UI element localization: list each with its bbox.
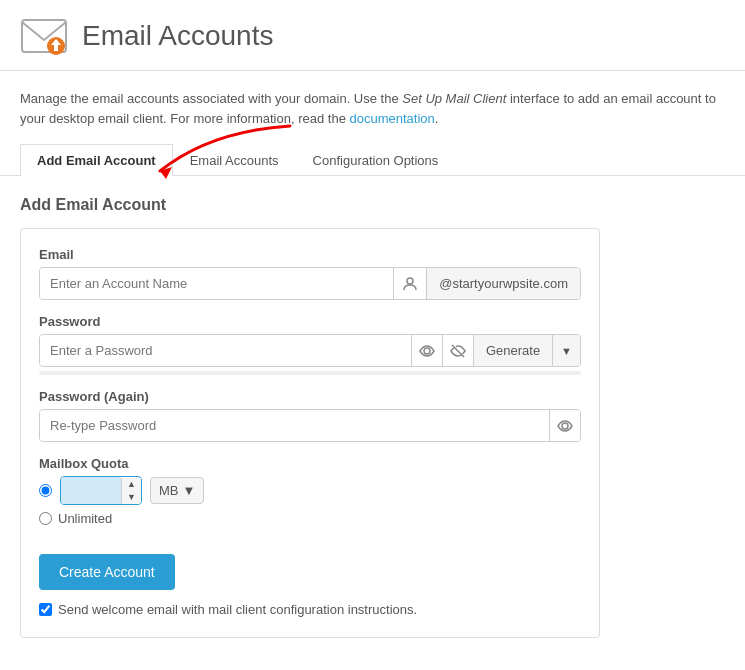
section-title: Add Email Account (20, 196, 725, 214)
tabs-container: Add Email Account Email Accounts Configu… (0, 144, 745, 176)
password-eye-icon[interactable] (411, 335, 442, 366)
svg-point-4 (407, 278, 413, 284)
main-content: Add Email Account Email @startyourwpsite… (0, 176, 745, 658)
generate-button[interactable]: Generate (474, 335, 553, 366)
quota-radio-fixed[interactable] (39, 484, 52, 497)
password-no-eye-icon[interactable] (442, 335, 473, 366)
email-form-group: Email @startyourwpsite.com (39, 247, 581, 300)
password-field-row: Generate ▼ (39, 334, 581, 367)
quota-radio-unlimited[interactable] (39, 512, 52, 525)
svg-point-5 (424, 348, 430, 354)
password-again-label: Password (Again) (39, 389, 581, 404)
email-accounts-icon (20, 12, 68, 60)
tab-email-accounts[interactable]: Email Accounts (173, 144, 296, 176)
quota-input[interactable]: 500 (61, 477, 121, 504)
mb-chevron-icon: ▼ (182, 483, 195, 498)
quota-decrement-button[interactable]: ▼ (122, 491, 141, 504)
page-header: Email Accounts (0, 0, 745, 71)
tab-add-email-account[interactable]: Add Email Account (20, 144, 173, 176)
password-input[interactable] (40, 335, 411, 366)
email-person-icon[interactable] (393, 268, 426, 299)
quota-label: Mailbox Quota (39, 456, 581, 471)
quota-row: 500 ▲ ▼ MB ▼ (39, 476, 581, 505)
retype-field-row (39, 409, 581, 442)
svg-point-7 (562, 423, 568, 429)
email-input[interactable] (40, 268, 393, 299)
retype-eye-icon[interactable] (549, 410, 580, 441)
password-again-form-group: Password (Again) (39, 389, 581, 442)
welcome-email-label: Send welcome email with mail client conf… (58, 602, 417, 617)
page-title: Email Accounts (82, 20, 273, 52)
email-field-row: @startyourwpsite.com (39, 267, 581, 300)
welcome-email-checkbox[interactable] (39, 603, 52, 616)
description-area: Manage the email accounts associated wit… (0, 71, 745, 138)
generate-btn-group: Generate ▼ (473, 335, 580, 366)
create-account-button[interactable]: Create Account (39, 554, 175, 590)
unlimited-label: Unlimited (58, 511, 112, 526)
unlimited-row: Unlimited (39, 511, 581, 526)
quota-increment-button[interactable]: ▲ (122, 478, 141, 491)
password-form-group: Password Generate (39, 314, 581, 375)
retype-password-input[interactable] (40, 410, 549, 441)
tab-configuration-options[interactable]: Configuration Options (296, 144, 456, 176)
welcome-email-row: Send welcome email with mail client conf… (39, 602, 581, 617)
mb-label: MB (159, 483, 179, 498)
email-label: Email (39, 247, 581, 262)
documentation-link[interactable]: documentation (349, 111, 434, 126)
quota-spinner: ▲ ▼ (121, 478, 141, 504)
mb-dropdown[interactable]: MB ▼ (150, 477, 204, 504)
form-card: Email @startyourwpsite.com Password (20, 228, 600, 638)
generate-dropdown-button[interactable]: ▼ (553, 335, 580, 366)
description-text: Manage the email accounts associated wit… (20, 91, 716, 126)
quota-input-wrap: 500 ▲ ▼ (60, 476, 142, 505)
quota-form-group: Mailbox Quota 500 ▲ ▼ MB ▼ Unlimited (39, 456, 581, 526)
password-strength-bar (39, 371, 581, 375)
password-label: Password (39, 314, 581, 329)
email-domain: @startyourwpsite.com (426, 268, 580, 299)
